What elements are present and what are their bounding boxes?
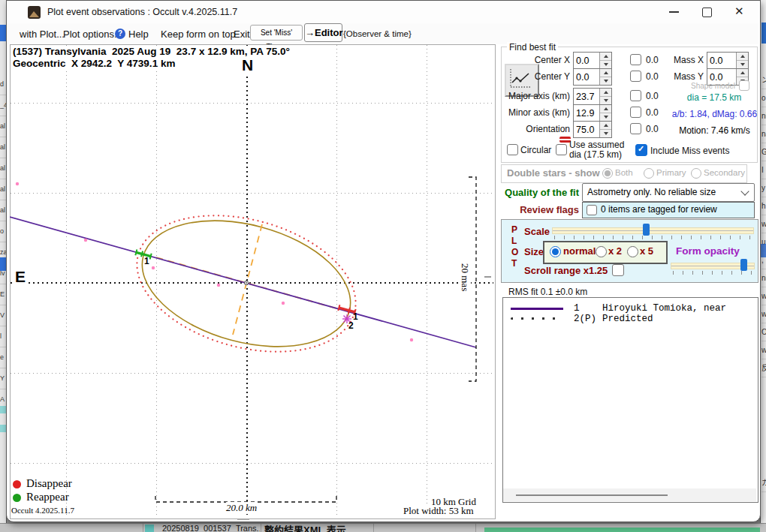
title-bar[interactable]: Plot event observations : Occult v.4.202… — [7, 1, 758, 23]
minor-axis-checkbox[interactable] — [630, 107, 641, 118]
mass-x-field[interactable] — [707, 52, 749, 69]
plot-letter-o: O — [511, 247, 518, 257]
minor-axis-field[interactable] — [573, 104, 612, 122]
major-down[interactable] — [600, 97, 611, 104]
center-y-down[interactable] — [600, 77, 611, 85]
taskbar-separator2 — [261, 524, 261, 532]
minor-down[interactable] — [600, 113, 611, 121]
menu-keep-on-top[interactable]: Keep form on top — [161, 29, 236, 40]
center-x-field[interactable] — [573, 52, 612, 69]
main-window: Plot event observations : Occult v.4.202… — [6, 0, 761, 522]
observation-chord[interactable] — [10, 217, 476, 347]
observer-1-line — [511, 308, 563, 310]
menu-with-plot[interactable]: with Plot... — [20, 29, 65, 40]
quality-dropdown[interactable]: Astrometry only. No reliable size — [582, 183, 755, 202]
orientation-up[interactable] — [600, 122, 611, 130]
center-y-field[interactable] — [573, 68, 612, 86]
use-assumed-checkbox[interactable] — [556, 144, 567, 155]
splitter-handle[interactable] — [484, 276, 491, 278]
scroll-range-checkbox[interactable] — [612, 264, 624, 276]
circular-checkbox[interactable] — [507, 144, 518, 155]
menu-exit[interactable]: Exit — [234, 29, 250, 40]
double-stars-both-label: Both — [615, 168, 633, 177]
chevron-down-icon — [740, 187, 749, 195]
size-x5-radio[interactable] — [627, 246, 638, 257]
scale-slider-thumb[interactable] — [643, 224, 650, 236]
center-y-extra: 0.0 — [646, 71, 659, 82]
size-normal-radio[interactable] — [550, 246, 561, 257]
menu-observer-time[interactable]: {Observer & time} — [343, 29, 412, 38]
plot-letter-l: L — [511, 236, 517, 246]
north-label: N — [242, 56, 253, 74]
major-axis-extra: 0.0 — [646, 91, 659, 101]
size-label: Size — [524, 246, 544, 257]
center-y-up[interactable] — [600, 69, 611, 77]
orientation-field[interactable] — [573, 121, 612, 138]
center-x-down[interactable] — [600, 61, 611, 68]
disappear-legend-dot — [13, 480, 21, 488]
orientation-down[interactable] — [600, 130, 611, 137]
km-scale-label: 20.0 km — [226, 502, 257, 514]
observer-1-name: Hiroyuki Tomioka, near — [602, 303, 726, 314]
orientation-label: Orientation — [499, 124, 570, 134]
menu-plot-options[interactable]: Plot options... — [63, 29, 122, 40]
center-x-up[interactable] — [600, 53, 611, 61]
predicted-chord-number: 2 — [348, 320, 354, 331]
taskbar-separator4 — [475, 524, 476, 532]
observer-list-hscrollbar[interactable] — [503, 488, 756, 501]
observer-2-name: Predicted — [602, 314, 653, 324]
review-flags-checkbox[interactable] — [587, 205, 597, 215]
major-up[interactable] — [600, 89, 611, 97]
minor-up[interactable] — [600, 105, 611, 113]
resize-grip[interactable] — [237, 518, 249, 520]
mass-x-up[interactable] — [737, 53, 748, 61]
orientation-extra: 0.0 — [646, 124, 659, 134]
plot-canvas[interactable] — [10, 44, 494, 518]
ab-dmag-label: a/b: 1.84, dMag: 0.66 — [668, 109, 761, 119]
double-stars-both-radio[interactable] — [602, 168, 613, 179]
mas-scale-label: 20 mas — [459, 263, 471, 291]
window-title: Plot event observations : Occult v.4.202… — [47, 7, 237, 17]
menu-help[interactable]: Help — [128, 29, 149, 40]
double-stars-secondary-radio[interactable] — [691, 168, 701, 179]
mass-x-down[interactable] — [737, 61, 748, 68]
scale-slider[interactable] — [552, 227, 754, 234]
minor-axis-extra: 0.0 — [646, 107, 659, 118]
observer-list[interactable]: 1 Hiroyuki Tomioka, near 2(P) Predicted — [502, 297, 758, 503]
size-x2-label: x 2 — [608, 245, 622, 257]
reappear-legend-label: Reappear — [26, 491, 69, 503]
double-stars-primary-label: Primary — [656, 168, 686, 177]
double-stars-title: Double stars - show — [507, 167, 600, 179]
shape-model-checkbox[interactable] — [739, 80, 749, 91]
taskbar-xml-button[interactable]: 整約結果XML 表示 — [264, 522, 369, 532]
size-x2-radio[interactable] — [596, 246, 607, 257]
major-axis-checkbox[interactable] — [630, 90, 641, 101]
menu-bar: with Plot... Plot options... ? Help Keep… — [7, 23, 758, 44]
version-label: Occult 4.2025.11.7 — [11, 506, 74, 515]
double-stars-primary-radio[interactable] — [644, 168, 654, 179]
maximize-button[interactable] — [702, 8, 712, 17]
include-miss-checkbox[interactable] — [635, 144, 647, 156]
taskbar-file-label[interactable]: 20250819_001537_Trans... — [162, 524, 260, 532]
help-icon: ? — [115, 29, 125, 39]
major-axis-field[interactable] — [573, 88, 612, 105]
mass-y-up[interactable] — [737, 69, 748, 77]
reappear-legend-dot — [13, 494, 21, 502]
screen: d_4alalalalalozalvEVleYA ンoninaGIyhwu,ni… — [0, 0, 766, 532]
background-right-list: ンoninaGIyhwu,niwwOw反 — [761, 71, 766, 377]
opacity-slider-thumb[interactable] — [740, 259, 747, 271]
center-y-checkbox[interactable] — [630, 71, 641, 82]
rms-fit-label: RMS fit 0.1 ±0.0 km — [508, 287, 587, 297]
editor-button[interactable]: →Editor — [304, 23, 342, 42]
quality-label: Quality of the fit — [499, 187, 579, 198]
set-miss-times-button[interactable]: Set 'Miss' Times — [250, 25, 303, 41]
size-x5-label: x 5 — [640, 245, 653, 257]
orientation-checkbox[interactable] — [630, 123, 641, 134]
minimize-button[interactable] — [669, 11, 679, 13]
center-x-checkbox[interactable] — [630, 54, 641, 65]
reappear-chord-number: 1 — [144, 256, 149, 266]
close-button[interactable]: ✕ — [734, 5, 744, 18]
scale-label: Scale — [524, 226, 550, 237]
plot-title-line2: Geocentric X 2942.2 Y 4739.1 km — [13, 58, 175, 69]
hscrollbar-thumb[interactable] — [516, 494, 668, 496]
